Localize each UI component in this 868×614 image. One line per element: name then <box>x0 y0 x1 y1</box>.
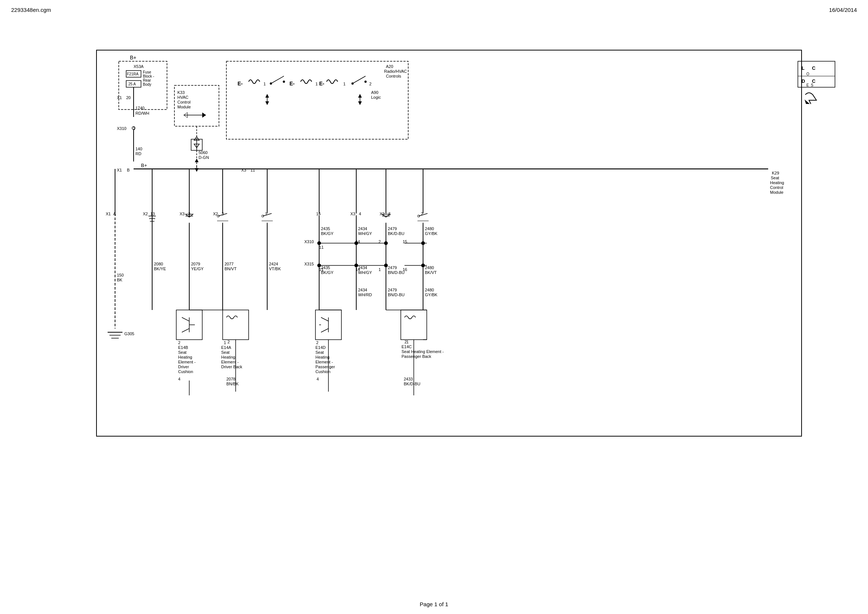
svg-rect-260 <box>96 50 801 436</box>
svg-text:X315: X315 <box>304 262 314 266</box>
svg-marker-32 <box>202 113 206 118</box>
svg-text:C: C <box>812 78 816 84</box>
svg-text:Rear: Rear <box>143 78 151 82</box>
svg-text:Fuse: Fuse <box>143 70 151 74</box>
svg-rect-222 <box>401 310 427 340</box>
svg-text:2: 2 <box>378 239 381 244</box>
total-pages: 1 <box>445 601 448 607</box>
svg-text:E-: E- <box>237 81 243 87</box>
svg-text:Heating: Heating <box>221 355 235 359</box>
of-label: of <box>439 601 444 607</box>
svg-text:Cushion: Cushion <box>178 369 193 374</box>
svg-marker-62 <box>265 94 269 98</box>
svg-text:RD: RD <box>135 152 141 156</box>
svg-text:BK: BK <box>117 278 122 282</box>
page-number: 1 <box>434 601 437 607</box>
svg-line-186 <box>182 329 189 332</box>
svg-text:1: 1 <box>315 82 318 86</box>
svg-line-185 <box>182 317 189 321</box>
svg-text:YE/GY: YE/GY <box>191 267 204 271</box>
svg-text:2079: 2079 <box>191 262 200 266</box>
svg-text:BK/D-BU: BK/D-BU <box>388 231 405 236</box>
svg-point-51 <box>270 82 272 85</box>
svg-text:5060: 5060 <box>198 150 208 155</box>
svg-text:X3: X3 <box>241 168 246 172</box>
svg-marker-66 <box>358 101 362 105</box>
svg-text:BK/D-BU: BK/D-BU <box>404 381 420 386</box>
svg-text:2434: 2434 <box>358 265 367 270</box>
svg-text:2: 2 <box>228 340 230 344</box>
svg-text:X2: X2 <box>143 212 148 216</box>
svg-text:E14B: E14B <box>178 345 188 350</box>
svg-text:2480: 2480 <box>425 265 434 270</box>
svg-text:X3: X3 <box>180 212 184 216</box>
svg-text:BN/BK: BN/BK <box>226 381 239 386</box>
svg-text:K33: K33 <box>177 90 185 95</box>
file-name: 2293348en.cgm <box>11 7 51 13</box>
svg-text:VT/BK: VT/BK <box>269 267 281 271</box>
svg-point-58 <box>352 82 353 85</box>
svg-text:Control: Control <box>177 100 191 104</box>
svg-text:Module: Module <box>177 105 191 109</box>
svg-text:Radio/HVAC: Radio/HVAC <box>384 69 407 73</box>
svg-text:1: 1 <box>343 82 346 86</box>
svg-text:2435: 2435 <box>321 226 330 231</box>
svg-line-57 <box>353 76 366 84</box>
svg-text:4: 4 <box>178 377 180 381</box>
svg-text:Controls: Controls <box>386 74 401 78</box>
svg-text:B: B <box>127 168 130 172</box>
svg-text:2434: 2434 <box>358 226 367 231</box>
svg-text:2479: 2479 <box>388 288 397 292</box>
svg-text:Passenger Back: Passenger Back <box>401 354 432 358</box>
svg-text:D-GN: D-GN <box>198 155 209 160</box>
svg-text:2424: 2424 <box>269 262 278 266</box>
svg-text:Heating: Heating <box>315 355 330 359</box>
svg-text:Element -: Element - <box>221 360 239 364</box>
svg-text:F21RA: F21RA <box>127 72 138 76</box>
svg-text:X1: X1 <box>106 212 111 216</box>
svg-text:2077: 2077 <box>225 262 233 266</box>
svg-text:X310: X310 <box>117 126 127 131</box>
svg-text:WH/GY: WH/GY <box>358 231 372 236</box>
svg-text:4: 4 <box>359 212 361 216</box>
svg-line-50 <box>271 76 284 84</box>
svg-text:E-: E- <box>290 81 294 87</box>
svg-text:Module: Module <box>770 190 783 194</box>
svg-text:Heating: Heating <box>770 180 784 185</box>
svg-text:2434: 2434 <box>358 288 367 292</box>
svg-text:2479: 2479 <box>388 226 397 231</box>
svg-text:D: D <box>801 78 805 84</box>
svg-text:BK/GY: BK/GY <box>321 231 333 236</box>
svg-text:Block -: Block - <box>143 74 154 78</box>
date-stamp: 16/04/2014 <box>829 7 857 13</box>
svg-text:WH/GY: WH/GY <box>358 270 372 275</box>
svg-text:2480: 2480 <box>425 226 434 231</box>
svg-text:X3: X3 <box>350 212 355 216</box>
svg-rect-199 <box>223 310 249 340</box>
svg-text:BK/YE: BK/YE <box>154 267 166 271</box>
svg-text:Seat: Seat <box>315 350 324 355</box>
svg-text:X53A: X53A <box>133 64 144 69</box>
svg-text:4: 4 <box>316 377 319 381</box>
svg-text:Element -: Element - <box>315 360 333 364</box>
svg-text:2433: 2433 <box>404 377 413 381</box>
svg-text:A20: A20 <box>386 64 394 69</box>
svg-text:E14A: E14A <box>221 345 232 350</box>
svg-text:Seat: Seat <box>771 175 779 180</box>
svg-text:K29: K29 <box>772 171 779 175</box>
svg-text:1: 1 <box>406 340 409 344</box>
svg-text:Seat: Seat <box>221 350 230 355</box>
svg-text:Seat: Seat <box>178 350 187 355</box>
svg-marker-65 <box>358 94 362 98</box>
svg-text:E: E <box>806 83 809 87</box>
svg-line-210 <box>321 317 329 321</box>
svg-rect-44 <box>226 61 408 139</box>
svg-marker-259 <box>195 158 198 162</box>
svg-text:BN/VT: BN/VT <box>225 267 237 271</box>
svg-text:Driver: Driver <box>178 364 189 369</box>
svg-text:11: 11 <box>319 267 324 272</box>
svg-text:GY/BK: GY/BK <box>425 293 437 297</box>
svg-text:2479: 2479 <box>388 265 397 270</box>
svg-text:Logic: Logic <box>371 95 381 99</box>
svg-text:Control: Control <box>770 185 783 190</box>
